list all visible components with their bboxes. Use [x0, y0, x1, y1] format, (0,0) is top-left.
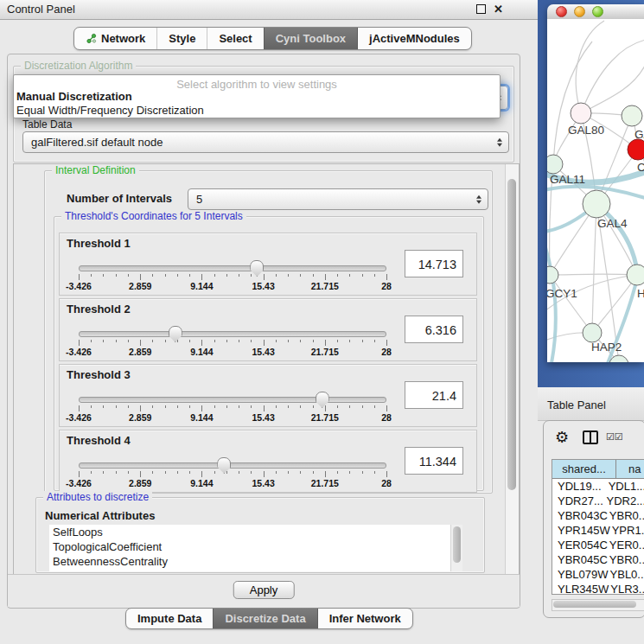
table-row[interactable]: YER054CYER0...	[552, 538, 644, 552]
network-window-titlebar[interactable]	[547, 4, 644, 20]
threshold-value-2[interactable]: 6.316	[405, 316, 463, 343]
tick-mark	[325, 471, 326, 477]
network-node-gal4[interactable]	[583, 190, 610, 218]
tick-mark	[128, 471, 129, 474]
numerical-attribute-item[interactable]: SelfLoops	[49, 525, 462, 539]
threshold-slider-3[interactable]	[79, 397, 386, 403]
table-row[interactable]: YBL079WYBL0...	[552, 567, 644, 582]
network-canvas[interactable]: GAL80GACGAL11GAL4GCY1HHAP2	[547, 19, 644, 362]
threshold-slider-4[interactable]	[79, 462, 386, 469]
tick-mark	[239, 274, 239, 277]
table-data-combobox[interactable]: galFiltered.sif default node	[22, 131, 509, 153]
tick-mark	[140, 340, 141, 346]
network-node-label: GAL4	[597, 217, 628, 230]
tick-mark	[79, 274, 80, 280]
network-node-gal80[interactable]	[571, 103, 591, 124]
gear-icon[interactable]: ⚙	[555, 428, 569, 447]
close-icon[interactable]: ✕	[494, 3, 503, 15]
tab-style[interactable]: Style	[156, 28, 207, 49]
tick-mark	[300, 274, 301, 277]
float-window-icon[interactable]	[476, 4, 486, 14]
column-header-shared-name[interactable]: shared...	[552, 460, 616, 478]
tick-mark	[140, 405, 141, 411]
threshold-value-4[interactable]: 11.344	[405, 447, 463, 475]
table-row[interactable]: YLR345WYLR3...	[552, 582, 644, 595]
bottom-tab-infer-network[interactable]: Infer Network	[317, 609, 412, 628]
network-edge[interactable]	[581, 40, 644, 113]
column-header-name[interactable]: na	[616, 460, 644, 478]
cell-name: YDL1...	[607, 479, 644, 494]
tick-mark	[91, 405, 92, 408]
table-row[interactable]: YDL19...YDL1...	[552, 479, 644, 494]
tick-mark	[103, 340, 104, 342]
horizontal-scrollbar[interactable]	[552, 599, 644, 611]
tab-select[interactable]: Select	[207, 28, 263, 49]
network-node[interactable]	[609, 355, 628, 362]
scrollbar-thumb[interactable]	[453, 526, 461, 563]
table-data-label: Table Data	[22, 118, 72, 131]
network-edge[interactable]	[576, 21, 604, 113]
table-row[interactable]: YDR27...YDR2...	[552, 494, 644, 508]
network-node-c[interactable]	[628, 139, 644, 160]
algorithm-option-equal-width-frequency-discretization[interactable]: Equal Width/Frequency Discretization	[14, 104, 500, 118]
tick-mark	[152, 274, 153, 277]
tick-mark	[201, 340, 202, 346]
close-traffic-light-icon[interactable]	[556, 6, 567, 17]
tick-mark	[264, 471, 265, 477]
tick-mark	[251, 340, 252, 342]
network-edge[interactable]	[553, 41, 592, 164]
numerical-attribute-item[interactable]: TopologicalCoefficient	[49, 539, 462, 554]
numerical-attribute-item[interactable]: BetweennessCentrality	[49, 554, 462, 569]
minimize-traffic-light-icon[interactable]	[574, 6, 585, 17]
attributes-scrollbar[interactable]	[450, 525, 462, 571]
scale-label: -3.426	[66, 478, 92, 488]
bottom-tab-impute-data[interactable]: Impute Data	[126, 609, 213, 628]
tab-cyni-toolbox[interactable]: Cyni Toolbox	[264, 28, 357, 49]
network-node-ga[interactable]	[622, 105, 642, 126]
threshold-slider-2[interactable]	[79, 331, 386, 337]
threshold-label: Threshold 4	[67, 434, 131, 447]
columns-icon[interactable]	[583, 430, 598, 444]
algorithm-placeholder: Select algorithm to view settings	[14, 75, 500, 90]
threshold-slider-1[interactable]	[79, 265, 386, 271]
threshold-value-3[interactable]: 21.4	[405, 381, 463, 409]
threshold-value-1[interactable]: 14.713	[405, 250, 463, 277]
tick-mark	[300, 340, 301, 342]
scrollbar-thumb[interactable]	[553, 601, 636, 608]
network-edge-highlighted[interactable]	[547, 242, 556, 362]
cell-shared-name: YDR27...	[552, 494, 604, 508]
network-node-gcy1[interactable]	[547, 266, 558, 284]
table-row[interactable]: YBR043CYBR0...	[552, 508, 644, 523]
table-row[interactable]: YBR045CYBR0...	[552, 552, 644, 567]
network-node-h[interactable]	[627, 265, 644, 285]
network-edge[interactable]	[592, 204, 596, 333]
tick-mark	[177, 274, 178, 277]
network-node-gal11[interactable]	[547, 155, 563, 174]
tick-mark	[288, 471, 289, 474]
slider-scale-labels: -3.4262.8599.14415.4321.71528	[79, 281, 386, 291]
algorithm-option-manual-discretization[interactable]: Manual Discretization	[14, 90, 500, 104]
network-node-hap2[interactable]	[583, 323, 602, 342]
tab-jactivemnodules[interactable]: jActiveMNodules	[357, 28, 471, 49]
bottom-tab-discretize-data[interactable]: Discretize Data	[213, 609, 316, 628]
scale-label: 15.43	[252, 281, 274, 291]
tick-mark	[79, 340, 80, 346]
scale-label: 9.144	[190, 478, 213, 488]
number-of-intervals-combobox[interactable]: 5	[188, 188, 488, 210]
tick-mark	[189, 274, 190, 277]
interval-definition-group: Interval Definition Number of Intervals …	[44, 170, 493, 494]
zoom-traffic-light-icon[interactable]	[592, 6, 603, 17]
apply-strip: Apply	[8, 574, 520, 607]
discretization-algorithm-group: Discretization Algorithm Select algorith…	[13, 66, 514, 163]
vertical-scrollbar[interactable]	[505, 164, 519, 574]
network-graph[interactable]: GAL80GACGAL11GAL4GCY1HHAP2	[547, 19, 644, 362]
scrollbar-thumb[interactable]	[507, 179, 516, 490]
apply-button[interactable]: Apply	[233, 581, 295, 599]
tab-network[interactable]: Network	[74, 28, 156, 49]
numerical-attributes-list[interactable]: SelfLoopsTopologicalCoefficientBetweenne…	[49, 525, 462, 571]
select-columns-icon[interactable]: ☑☑	[606, 431, 623, 443]
bottom-tab-label: Impute Data	[137, 612, 201, 625]
tick-mark	[103, 405, 104, 408]
tick-mark	[337, 340, 338, 342]
table-row[interactable]: YPR145WYPR1...	[552, 523, 644, 538]
